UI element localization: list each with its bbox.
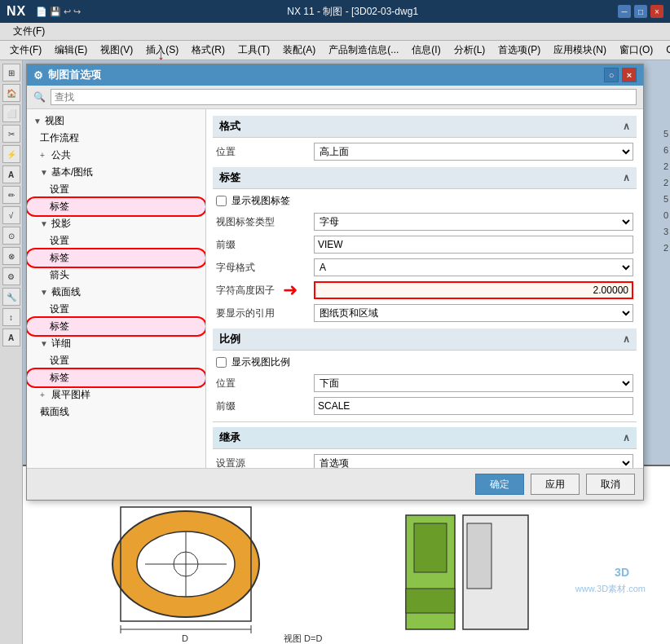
tree-label-settings2: 设置: [50, 234, 69, 248]
tree-item-sectionline[interactable]: ▼ 截面线: [27, 284, 205, 301]
expand-icon-projection: ▼: [40, 219, 48, 228]
menu-bar: // Will render menu items from data 文件(F…: [0, 41, 670, 60]
scale-prefix-row: 前缀: [213, 397, 637, 415]
menu-assembly[interactable]: 装配(A): [276, 42, 322, 59]
dialog-close-button[interactable]: ×: [622, 68, 637, 82]
tree-item-flatten[interactable]: + 展平图样: [27, 386, 205, 404]
left-icon-6[interactable]: A: [2, 165, 20, 183]
preferences-dialog: ⚙ 制图首选项 ↓ ○ × 🔍 ▼ 视图 工作流程: [26, 64, 644, 501]
left-icon-5[interactable]: ⚡: [2, 145, 20, 163]
show-scale-text: 显示视图比例: [231, 355, 290, 369]
show-ref-select[interactable]: 图纸页和区域 仅图纸页 无: [314, 304, 633, 322]
show-label-checkbox[interactable]: [216, 196, 227, 206]
tree-item-label4[interactable]: 标签: [27, 369, 205, 386]
scale-section-title: 比例: [219, 332, 240, 346]
left-icon-9[interactable]: ⊙: [2, 227, 20, 245]
tree-item-settings1[interactable]: 设置: [27, 181, 205, 198]
menu-view[interactable]: 视图(V): [94, 42, 139, 59]
ok-button[interactable]: 确定: [475, 474, 524, 495]
tree-item-basic[interactable]: ▼ 基本/图纸: [27, 164, 205, 181]
left-icon-1[interactable]: ⊞: [2, 64, 20, 82]
letter-format-row: 字母格式 A B C: [213, 258, 637, 276]
scale-position-select[interactable]: 下面 上面 左边 右边: [314, 374, 633, 392]
prefix-input[interactable]: [314, 236, 633, 254]
file-menu-item[interactable]: 文件(F): [7, 23, 51, 40]
menu-format[interactable]: 格式(R): [185, 42, 231, 59]
left-icon-13[interactable]: ↕: [2, 308, 20, 326]
left-icon-12[interactable]: 🔧: [2, 288, 20, 306]
menu-info[interactable]: 信息(I): [405, 42, 447, 59]
cancel-button[interactable]: 取消: [586, 474, 635, 495]
show-label-row: 显示视图标签: [213, 194, 637, 208]
prefix-label: 前缀: [216, 238, 314, 252]
left-toolbar: ⊞ 🏠 ⬜ ✂ ⚡ A ✏ √ ⊙ ⊗ ⚙ 🔧 ↕ A: [0, 60, 23, 644]
maximize-button[interactable]: □: [634, 5, 647, 18]
tree-item-label2[interactable]: 标签: [27, 249, 205, 267]
left-icon-8[interactable]: √: [2, 206, 20, 224]
format-collapse-icon[interactable]: ∧: [623, 121, 630, 132]
menu-insert[interactable]: 插入(S): [139, 42, 185, 59]
tree-item-settings2[interactable]: 设置: [27, 232, 205, 249]
dialog-titlebar: ⚙ 制图首选项 ↓ ○ ×: [27, 64, 643, 86]
tree-item-label1[interactable]: 标签: [27, 198, 205, 215]
left-icon-11[interactable]: ⚙: [2, 267, 20, 285]
tree-item-workflow[interactable]: 工作流程: [27, 130, 205, 147]
search-icon: 🔍: [33, 91, 46, 103]
left-icon-3[interactable]: ⬜: [2, 104, 20, 122]
menu-tools[interactable]: 工具(T): [231, 42, 276, 59]
tree-item-projection[interactable]: ▼ 投影: [27, 215, 205, 232]
tree-label-view: 视图: [45, 114, 64, 128]
minimize-button[interactable]: ─: [618, 5, 631, 18]
tree-item-detail[interactable]: ▼ 详细: [27, 335, 205, 352]
position-select[interactable]: 高上面 低下面 左边 右边: [314, 143, 633, 161]
apply-button[interactable]: 应用: [531, 474, 580, 495]
label-type-row: 视图标签类型 字母 数字 罗马数字: [213, 213, 637, 231]
scale-prefix-input[interactable]: [314, 397, 633, 415]
label-collapse-icon[interactable]: ∧: [623, 172, 630, 183]
tree-item-settings4[interactable]: 设置: [27, 352, 205, 369]
menu-preferences[interactable]: 首选项(P): [491, 42, 547, 59]
tree-label-sectionline: 截面线: [51, 285, 81, 299]
tree-item-sectionline2[interactable]: 截面线: [27, 404, 205, 421]
letter-format-select[interactable]: A B C: [314, 258, 633, 276]
show-scale-row: 显示视图比例: [213, 355, 637, 369]
tree-label-workflow: 工作流程: [40, 131, 79, 145]
menu-apps[interactable]: 应用模块(N): [547, 42, 613, 59]
menu-analysis[interactable]: 分析(L): [447, 42, 492, 59]
search-input[interactable]: [51, 89, 637, 105]
left-icon-10[interactable]: ⊗: [2, 247, 20, 265]
scale-section-header: 比例 ∧: [213, 329, 637, 351]
tree-label-basic: 基本/图纸: [51, 165, 93, 179]
scale-collapse-icon[interactable]: ∧: [623, 333, 630, 345]
menu-edit[interactable]: 编辑(E): [48, 42, 94, 59]
menu-gc[interactable]: GC工具: [659, 42, 670, 59]
tree-label-settings3: 设置: [50, 302, 69, 316]
left-icon-14[interactable]: A: [2, 329, 20, 346]
menu-window[interactable]: 窗口(O): [613, 42, 659, 59]
tree-item-label3[interactable]: 标签: [27, 318, 205, 335]
left-icon-7[interactable]: ✏: [2, 186, 20, 204]
tree-item-arrow[interactable]: 箭头: [27, 267, 205, 284]
tree-item-settings3[interactable]: 设置: [27, 301, 205, 318]
left-icon-2[interactable]: 🏠: [2, 84, 20, 102]
scale-position-row: 位置 下面 上面 左边 右边: [213, 374, 637, 392]
menu-pmi[interactable]: 产品制造信息(...: [322, 42, 405, 59]
tree-label-arrow: 箭头: [50, 268, 69, 282]
tree-label-settings4: 设置: [50, 354, 69, 368]
content-panel: 格式 ∧ 位置 高上面 低下面 左边 右边: [206, 109, 643, 468]
label-section-title: 标签: [219, 170, 240, 185]
inherit-collapse-icon[interactable]: ∧: [623, 432, 630, 443]
char-height-input[interactable]: [314, 281, 633, 299]
inherit-section-header: 继承 ∧: [213, 427, 637, 449]
tree-label-detail: 详细: [51, 337, 71, 351]
menu-file[interactable]: 文件(F): [3, 42, 48, 59]
left-icon-4[interactable]: ✂: [2, 125, 20, 143]
settings-source-select[interactable]: 首选项 自定义: [314, 454, 633, 468]
letter-format-label: 字母格式: [216, 261, 314, 275]
tree-item-view[interactable]: ▼ 视图: [27, 112, 205, 130]
dialog-help-button[interactable]: ○: [604, 68, 619, 82]
show-scale-checkbox[interactable]: [216, 357, 227, 368]
close-button[interactable]: ×: [650, 5, 663, 18]
tree-item-public[interactable]: + 公共: [27, 147, 205, 164]
label-type-select[interactable]: 字母 数字 罗马数字: [314, 213, 633, 231]
